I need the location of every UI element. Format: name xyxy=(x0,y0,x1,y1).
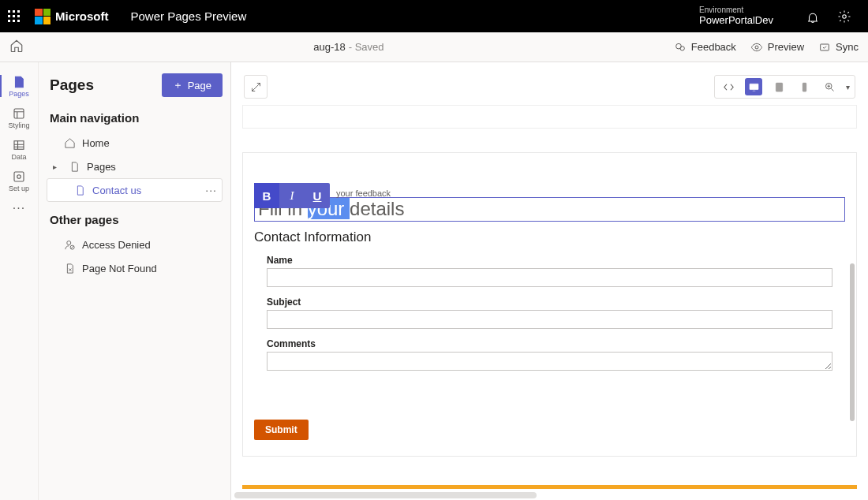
rail-pages[interactable]: Pages xyxy=(0,70,38,102)
tree-home-label: Home xyxy=(82,137,110,149)
tree-contact-us[interactable]: Contact us ··· xyxy=(47,178,223,202)
feedback-label: Feedback xyxy=(691,41,736,53)
design-surface[interactable]: B I U your feedback Fill in your details… xyxy=(242,105,857,489)
mobile-icon xyxy=(799,81,810,93)
code-view-button[interactable] xyxy=(720,78,737,95)
canvas: ▾ B I U your feedback Fill in your de xyxy=(231,62,868,500)
svg-point-4 xyxy=(755,46,758,49)
heading-part-2: details xyxy=(350,198,404,219)
mobile-view-button[interactable] xyxy=(795,78,813,95)
svg-rect-7 xyxy=(14,140,24,149)
environment-name: PowerPortalDev xyxy=(699,15,773,27)
page-icon xyxy=(69,161,80,173)
preview-button[interactable]: Preview xyxy=(750,41,804,54)
svg-point-1 xyxy=(843,14,847,18)
home-icon xyxy=(9,39,24,53)
form-section-title: Contact Information xyxy=(254,229,845,245)
add-page-button[interactable]: ＋ Page xyxy=(162,73,223,97)
name-label: Name xyxy=(267,255,832,266)
panel-title: Pages xyxy=(50,76,94,94)
svg-point-9 xyxy=(17,174,21,178)
svg-rect-8 xyxy=(14,172,24,181)
svg-rect-13 xyxy=(776,82,783,91)
submit-button[interactable]: Submit xyxy=(254,420,309,440)
comments-label: Comments xyxy=(267,338,832,349)
rail-setup-label: Set up xyxy=(9,185,29,192)
setup-icon xyxy=(12,170,26,184)
tree-pages-label: Pages xyxy=(87,161,116,173)
document-name: aug-18 xyxy=(313,41,345,53)
add-page-label: Page xyxy=(188,80,211,91)
comments-input[interactable] xyxy=(267,352,832,371)
top-bar: Microsoft Power Pages Preview Environmen… xyxy=(0,0,868,32)
plus-icon: ＋ xyxy=(173,78,183,92)
gear-icon xyxy=(837,9,851,24)
rail-more[interactable]: ··· xyxy=(13,201,25,215)
subject-input[interactable] xyxy=(267,310,832,329)
name-input[interactable] xyxy=(267,268,832,287)
svg-rect-12 xyxy=(749,84,758,90)
rail-pages-label: Pages xyxy=(9,90,29,98)
tree-not-found-label: Page Not Found xyxy=(82,263,157,274)
page-icon xyxy=(12,75,26,89)
section-other-pages: Other pages xyxy=(50,213,223,226)
code-icon xyxy=(723,81,735,93)
expand-icon xyxy=(250,81,262,93)
horizontal-scrollbar[interactable] xyxy=(234,492,537,498)
canvas-tool-expand[interactable] xyxy=(244,75,268,99)
sync-icon xyxy=(818,41,831,54)
rail-setup[interactable]: Set up xyxy=(0,165,38,196)
form-section-card[interactable]: B I U your feedback Fill in your details… xyxy=(242,152,857,457)
sync-button[interactable]: Sync xyxy=(818,41,859,54)
tree-home[interactable]: Home xyxy=(47,131,223,155)
preview-label: Preview xyxy=(768,41,804,53)
rail-data-label: Data xyxy=(11,153,26,161)
section-main-nav: Main navigation xyxy=(50,111,223,125)
zoom-button[interactable] xyxy=(821,78,838,95)
section-card[interactable] xyxy=(242,105,857,129)
save-status: - Saved xyxy=(349,41,384,53)
eye-icon xyxy=(750,41,763,54)
zoom-icon xyxy=(824,81,836,93)
rail-data[interactable]: Data xyxy=(0,133,38,165)
rail-styling-label: Styling xyxy=(8,121,29,129)
home-button[interactable] xyxy=(9,39,24,55)
brand-name: Microsoft xyxy=(55,9,109,23)
feedback-button[interactable]: Feedback xyxy=(674,41,736,54)
subject-label: Subject xyxy=(267,297,832,308)
heading-editor[interactable]: Fill in your details xyxy=(254,197,845,222)
tree-contact-label: Contact us xyxy=(92,185,141,196)
desktop-view-button[interactable] xyxy=(745,78,762,95)
tree-not-found[interactable]: Page Not Found xyxy=(47,256,223,280)
styling-icon xyxy=(12,106,26,121)
rail-styling[interactable]: Styling xyxy=(0,102,38,133)
brand-logo: Microsoft xyxy=(35,9,109,24)
underline-button[interactable]: U xyxy=(305,183,330,208)
tree-item-more[interactable]: ··· xyxy=(205,184,222,196)
tablet-icon xyxy=(773,81,785,93)
tablet-view-button[interactable] xyxy=(770,78,788,95)
microsoft-logo-icon xyxy=(35,9,51,24)
svg-rect-6 xyxy=(14,109,24,118)
tree-pages[interactable]: ▸ Pages xyxy=(47,155,223,178)
chevron-right-icon[interactable]: ▸ xyxy=(53,162,62,171)
command-bar: aug-18 - Saved Feedback Preview Sync xyxy=(0,32,868,62)
italic-button[interactable]: I xyxy=(279,183,305,208)
bold-button[interactable]: B xyxy=(254,183,279,208)
tree-access-denied[interactable]: Access Denied xyxy=(47,233,223,256)
access-denied-icon xyxy=(64,239,76,251)
context-crumb: your feedback xyxy=(336,188,391,198)
sync-label: Sync xyxy=(836,41,859,53)
feedback-icon xyxy=(674,41,687,54)
notifications-button[interactable] xyxy=(805,9,821,24)
settings-button[interactable] xyxy=(836,9,852,24)
left-rail: Pages Styling Data Set up ··· xyxy=(0,62,39,500)
bell-icon xyxy=(806,9,820,24)
chevron-down-icon[interactable]: ▾ xyxy=(846,83,850,91)
not-found-icon xyxy=(64,263,76,274)
app-launcher-icon[interactable] xyxy=(8,10,21,23)
svg-point-3 xyxy=(680,46,684,50)
page-icon xyxy=(74,185,86,196)
environment-picker[interactable]: Environment PowerPortalDev xyxy=(693,6,773,26)
home-icon xyxy=(64,137,76,149)
